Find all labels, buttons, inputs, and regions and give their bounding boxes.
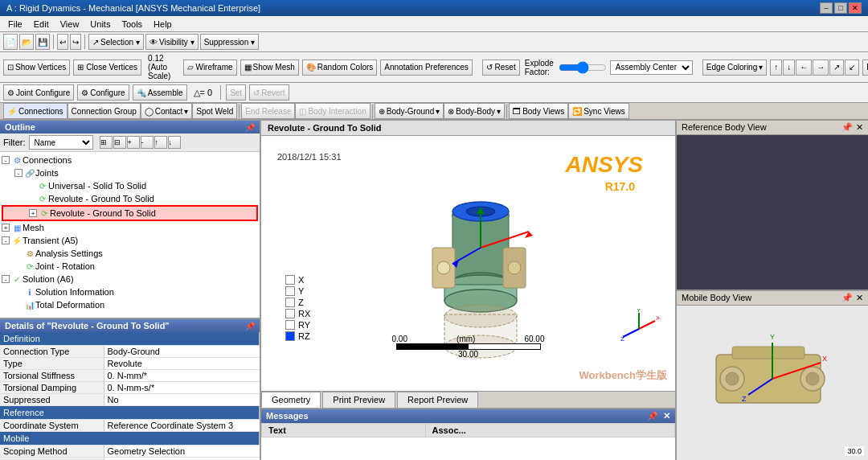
arrow-btn-2[interactable]: ↓ [783, 60, 795, 76]
assembly-center-select[interactable]: Assembly Center [610, 60, 693, 75]
arrow-btn-5[interactable]: ↗ [829, 60, 844, 76]
joint-configure-label: Joint Configure [16, 88, 70, 97]
axis-y-checkbox[interactable] [285, 286, 295, 296]
joint-configure-button[interactable]: ⚙ Joint Configure [3, 84, 74, 101]
spot-weld-button[interactable]: Spot Weld [192, 103, 237, 119]
outline-btn-4[interactable]: - [141, 136, 154, 149]
ref-body-x[interactable]: ✕ [856, 122, 863, 133]
thicken-annotations-button[interactable]: H Thicken Annotations [862, 60, 868, 76]
tree-mesh[interactable]: + ▦ Mesh [2, 221, 258, 234]
mobile-view-area[interactable]: X Y Z 30.0 [677, 306, 868, 460]
revert-button[interactable]: ↺ Revert [249, 84, 289, 101]
undo-button[interactable]: ↩ [57, 34, 68, 50]
contact-button[interactable]: ◯ Contact ▾ [141, 103, 192, 119]
open-button[interactable]: 📂 [19, 34, 34, 50]
tree-revolute-2[interactable]: + ⟳ Revolute - Ground To Solid [2, 205, 258, 221]
axis-z-checkbox[interactable] [285, 298, 295, 307]
save-button[interactable]: 💾 [35, 34, 50, 50]
menu-help[interactable]: Help [149, 18, 177, 31]
viewport-3d[interactable]: 2018/12/1 15:31 ANSYS R17.0 X Y Z [261, 136, 675, 391]
expand-transient[interactable]: - [2, 236, 10, 244]
axis-rx-row: RX [285, 309, 310, 318]
configure-button[interactable]: ⚙ Configure [77, 84, 129, 101]
tree-joints[interactable]: - 🔗 Joints [2, 166, 258, 179]
tab-print-preview[interactable]: Print Preview [322, 392, 395, 408]
mobile-body-pin[interactable]: 📌 [841, 293, 853, 303]
visibility-dropdown[interactable]: 👁 Visibility ▾ [145, 34, 199, 50]
body-interaction-button[interactable]: ◫ Body Interaction [295, 103, 370, 119]
outline-btn-1[interactable]: ⊞ [100, 136, 113, 149]
close-button[interactable]: ✕ [849, 2, 862, 14]
expand-mesh[interactable]: + [2, 224, 10, 232]
axis-ry-checkbox[interactable] [285, 320, 295, 330]
minimize-button[interactable]: – [820, 2, 833, 14]
arrow-btn-6[interactable]: ↙ [845, 60, 859, 76]
axis-rx-checkbox[interactable] [285, 309, 295, 318]
set-button[interactable]: Set [226, 84, 246, 101]
suppression-dropdown[interactable]: Suppression ▾ [200, 34, 259, 50]
edge-coloring-button[interactable]: Edge Coloring ▾ [702, 60, 767, 76]
expand-joints[interactable]: - [14, 169, 23, 177]
filter-select[interactable]: Name [29, 135, 93, 150]
messages-x[interactable]: ✕ [663, 411, 670, 421]
tree-total-deform[interactable]: 📊 Total Deformation [2, 298, 258, 311]
tree-transient[interactable]: - ⚡ Transient (A5) [2, 234, 258, 247]
connection-group-button[interactable]: Connection Group [68, 103, 141, 119]
ref-view-area[interactable] [677, 135, 868, 290]
menu-units[interactable]: Units [85, 18, 115, 31]
redo-button[interactable]: ↪ [70, 34, 81, 50]
tree-connections[interactable]: - ⚙ Connections [2, 154, 258, 166]
body-ground-button[interactable]: ⊕ Body-Ground ▾ [375, 103, 444, 119]
new-button[interactable]: 📄 [3, 34, 18, 50]
explode-slider[interactable] [559, 62, 607, 73]
solution-icon: ✓ [11, 273, 23, 285]
details-pin[interactable]: 📌 [245, 322, 255, 331]
sync-views-button[interactable]: 🔁 Sync Views [568, 103, 629, 119]
arrow-btn-4[interactable]: → [813, 60, 829, 76]
tab-report-preview[interactable]: Report Preview [397, 392, 478, 408]
axis-rz-label: RZ [298, 331, 310, 341]
menu-tools[interactable]: Tools [117, 18, 147, 31]
tree-analysis-settings[interactable]: ⚙ Analysis Settings [2, 247, 258, 260]
menu-edit[interactable]: Edit [29, 18, 54, 31]
menu-view[interactable]: View [55, 18, 84, 31]
arrow-btn-1[interactable]: ↑ [770, 60, 782, 76]
wireframe-label: Wireframe [195, 63, 232, 72]
tree-revolute-1[interactable]: ⟳ Revolute - Ground To Solid [2, 192, 258, 205]
arrow-btn-3[interactable]: ← [796, 60, 812, 76]
axis-rz-checkbox[interactable] [285, 331, 295, 341]
expand-connections[interactable]: - [2, 156, 10, 164]
outline-btn-6[interactable]: ↓ [168, 136, 181, 149]
random-colors-button[interactable]: 🎨 Random Colors [302, 60, 377, 76]
show-vertices-button[interactable]: ⊡ Show Vertices [3, 60, 70, 76]
end-release-button[interactable]: End Release [241, 103, 295, 119]
outline-pin[interactable]: 📌 [245, 123, 255, 132]
body-views-button[interactable]: 🗖 Body Views [509, 103, 568, 119]
outline-btn-3[interactable]: + [127, 136, 140, 149]
outline-btn-5[interactable]: ↑ [154, 136, 167, 149]
tree-universal[interactable]: ⟳ Universal - Solid To Solid [2, 179, 258, 192]
tree-solution[interactable]: - ✓ Solution (A6) [2, 273, 258, 285]
annotation-prefs-button[interactable]: Annotation Preferences [380, 60, 473, 76]
axis-x-checkbox[interactable] [285, 275, 295, 285]
connections-tab[interactable]: ⚡ Connections [3, 103, 68, 119]
body-body-button[interactable]: ⊗ Body-Body ▾ [444, 103, 505, 119]
selection-dropdown[interactable]: ↗ Selection ▾ [88, 34, 144, 50]
messages-pin[interactable]: 📌 [647, 411, 658, 421]
tree-joint-rotation[interactable]: ⟳ Joint - Rotation [2, 260, 258, 273]
outline-btn-2[interactable]: ⊟ [113, 136, 126, 149]
wireframe-button[interactable]: ▱ Wireframe [183, 60, 236, 76]
detail-row: Scoping Method Geometry Selection [0, 446, 260, 458]
expand-revolute2[interactable]: + [29, 209, 37, 217]
close-vertices-button[interactable]: ⊞ Close Vertices [73, 60, 141, 76]
ref-body-pin[interactable]: 📌 [841, 122, 853, 133]
menu-file[interactable]: File [3, 18, 27, 31]
maximize-button[interactable]: □ [834, 2, 847, 14]
tree-solution-info[interactable]: ℹ Solution Information [2, 285, 258, 298]
show-mesh-button[interactable]: ▦ Show Mesh [240, 60, 299, 76]
tab-geometry[interactable]: Geometry [261, 392, 321, 408]
assemble-button[interactable]: 🔩 Assemble [133, 84, 187, 101]
reset-button[interactable]: ↺ Reset [482, 60, 520, 76]
mobile-body-x[interactable]: ✕ [856, 293, 863, 303]
expand-solution[interactable]: - [2, 275, 10, 283]
